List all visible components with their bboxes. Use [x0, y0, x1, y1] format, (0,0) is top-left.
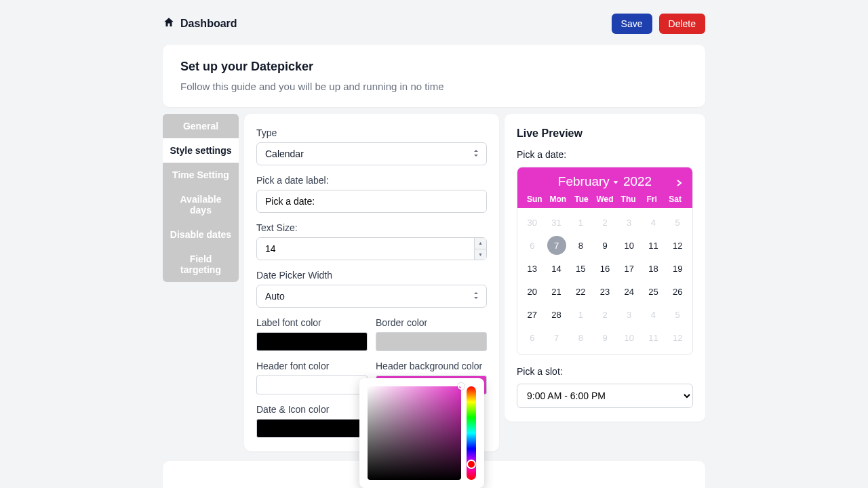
weekday-label: Fri	[640, 195, 664, 204]
date-label-label: Pick a date label:	[256, 175, 487, 186]
calendar-day[interactable]: 3	[617, 304, 642, 325]
sidebar-item-disable-dates[interactable]: Disable dates	[163, 222, 239, 247]
page-title: Set up your Datepicker	[180, 60, 688, 74]
home-icon	[163, 16, 175, 31]
label-font-color-swatch[interactable]	[256, 332, 368, 351]
delete-button[interactable]: Delete	[659, 14, 705, 34]
header-font-color-label: Header font color	[256, 361, 368, 371]
preview-title: Live Preview	[517, 127, 693, 140]
calendar-day[interactable]: 31	[545, 212, 569, 232]
calendar-day[interactable]: 26	[665, 281, 690, 302]
calendar-day[interactable]: 28	[545, 304, 569, 325]
date-icon-color-swatch[interactable]	[256, 419, 368, 438]
calendar-day[interactable]: 30	[520, 212, 545, 232]
sidebar-item-style-settings[interactable]: Style settings	[163, 138, 239, 163]
type-label: Type	[256, 127, 487, 138]
sidebar-item-time-setting[interactable]: Time Setting	[163, 163, 239, 187]
type-select[interactable]: Calendar	[256, 142, 487, 165]
calendar-grid: 3031123456789101112131415161718192021222…	[520, 212, 690, 348]
border-color-swatch[interactable]	[376, 332, 487, 351]
hue-handle[interactable]	[467, 460, 476, 469]
date-label-input[interactable]	[256, 190, 487, 213]
stepper-up[interactable]: ▲	[475, 238, 486, 249]
calendar-day[interactable]: 6	[520, 235, 545, 256]
weekday-label: Tue	[570, 195, 593, 204]
calendar-day[interactable]: 11	[642, 327, 666, 348]
text-size-stepper: ▲ ▼	[474, 238, 486, 260]
calendar-day[interactable]: 16	[593, 258, 617, 279]
calendar-day[interactable]: 25	[642, 281, 666, 302]
pick-date-label: Pick a date:	[517, 149, 693, 160]
calendar-day[interactable]: 27	[520, 304, 545, 325]
calendar-day[interactable]: 8	[568, 235, 593, 256]
calendar-day[interactable]: 9	[593, 235, 617, 256]
width-label: Date Picker Width	[256, 270, 487, 281]
page-subtitle: Follow this guide and you will be up and…	[180, 81, 688, 92]
width-select[interactable]: Auto	[256, 285, 487, 308]
calendar-day[interactable]: 12	[665, 327, 690, 348]
calendar-day[interactable]: 12	[665, 235, 690, 256]
brand[interactable]: Dashboard	[163, 16, 237, 31]
hue-slider[interactable]	[467, 386, 476, 480]
calendar-day[interactable]: 11	[642, 235, 666, 256]
text-size-label: Text Size:	[256, 222, 487, 233]
calendar-day[interactable]: 7	[545, 327, 569, 348]
action-buttons: Save Delete	[612, 14, 705, 34]
calendar-day[interactable]: 6	[520, 327, 545, 348]
calendar-day[interactable]: 20	[520, 281, 545, 302]
sidebar-item-available-days[interactable]: Available days	[163, 187, 239, 222]
border-color-label: Border color	[376, 317, 487, 328]
page-header-card: Set up your Datepicker Follow this guide…	[163, 45, 705, 107]
calendar-day[interactable]: 1	[568, 304, 593, 325]
sidebar-item-field-targeting[interactable]: Field targeting	[163, 247, 239, 282]
calendar-day[interactable]: 15	[568, 258, 593, 279]
calendar-weekdays: SunMonTueWedThuFriSat	[523, 195, 687, 204]
calendar: February 2022 SunMonTueWedThuFriSat 3031…	[517, 167, 693, 355]
calendar-day[interactable]: 22	[568, 281, 593, 302]
calendar-day[interactable]: 2	[593, 212, 617, 232]
calendar-day[interactable]: 5	[665, 212, 690, 232]
weekday-label: Mon	[547, 195, 570, 204]
calendar-day[interactable]: 2	[593, 304, 617, 325]
weekday-label: Sun	[523, 195, 547, 204]
month-select[interactable]: February	[558, 174, 619, 189]
calendar-day[interactable]: 10	[617, 327, 642, 348]
saturation-value-area[interactable]	[368, 386, 461, 480]
calendar-day[interactable]: 7	[545, 235, 569, 256]
header-font-color-swatch[interactable]	[256, 375, 368, 394]
calendar-day[interactable]: 19	[665, 258, 690, 279]
slot-select[interactable]: 9:00 AM - 6:00 PM	[517, 384, 693, 408]
calendar-day[interactable]: 24	[617, 281, 642, 302]
calendar-day[interactable]: 21	[545, 281, 569, 302]
calendar-day[interactable]: 10	[617, 235, 642, 256]
settings-sidebar: GeneralStyle settingsTime SettingAvailab…	[163, 114, 239, 282]
color-picker-popover[interactable]	[359, 378, 484, 488]
pick-slot-label: Pick a slot:	[517, 366, 693, 377]
weekday-label: Sat	[663, 195, 687, 204]
calendar-day[interactable]: 13	[520, 258, 545, 279]
month-label: February	[558, 174, 610, 189]
calendar-day[interactable]: 5	[665, 304, 690, 325]
calendar-day[interactable]: 23	[593, 281, 617, 302]
year-label[interactable]: 2022	[623, 174, 652, 189]
weekday-label: Thu	[616, 195, 640, 204]
save-button[interactable]: Save	[612, 14, 652, 34]
calendar-day[interactable]: 4	[642, 304, 666, 325]
calendar-day[interactable]: 17	[617, 258, 642, 279]
calendar-header: February 2022 SunMonTueWedThuFriSat	[517, 167, 692, 208]
brand-label: Dashboard	[180, 18, 237, 30]
calendar-day[interactable]: 4	[642, 212, 666, 232]
text-size-input[interactable]	[256, 237, 487, 260]
sv-handle[interactable]	[458, 383, 465, 390]
calendar-day[interactable]: 1	[568, 212, 593, 232]
date-icon-color-label: Date & Icon color	[256, 404, 368, 415]
calendar-day[interactable]: 3	[617, 212, 642, 232]
calendar-day[interactable]: 14	[545, 258, 569, 279]
next-month-button[interactable]	[675, 176, 683, 190]
calendar-day[interactable]: 9	[593, 327, 617, 348]
sidebar-item-general[interactable]: General	[163, 114, 239, 138]
calendar-day[interactable]: 18	[642, 258, 666, 279]
calendar-day[interactable]: 8	[568, 327, 593, 348]
weekday-label: Wed	[593, 195, 617, 204]
stepper-down[interactable]: ▼	[475, 249, 486, 260]
